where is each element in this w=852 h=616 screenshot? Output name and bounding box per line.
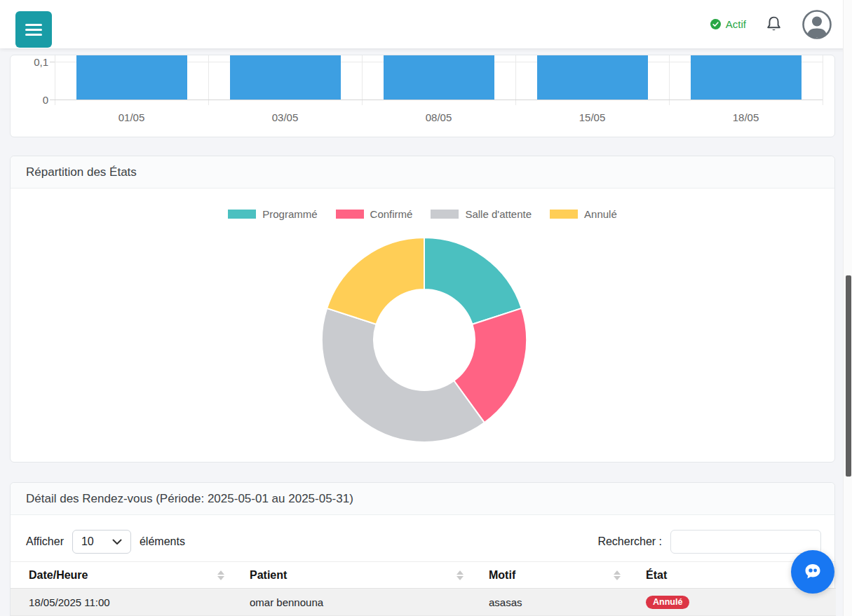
legend-item[interactable]: Salle d'attente <box>431 208 532 220</box>
state-distribution-card: Répartition des États ProgramméConfirméS… <box>10 156 835 463</box>
card-title: Détail des Rendez-vous (Période: 2025-05… <box>11 483 834 515</box>
legend-label: Confirmé <box>370 208 413 220</box>
search-input[interactable] <box>670 530 821 554</box>
legend-swatch <box>228 210 256 219</box>
scrollbar-thumb[interactable] <box>846 275 851 477</box>
elements-label: éléments <box>140 535 185 548</box>
x-axis-label: 15/05 <box>579 111 606 123</box>
status-badge: Actif <box>710 18 746 30</box>
column-header-motif[interactable]: Motif <box>471 562 628 589</box>
legend-label: Salle d'attente <box>465 208 532 220</box>
chevron-down-icon <box>112 539 122 545</box>
appointments-detail-card: Détail des Rendez-vous (Période: 2025-05… <box>10 482 835 616</box>
legend-swatch <box>550 210 578 219</box>
column-header-patient[interactable]: Patient <box>231 562 471 589</box>
legend-item[interactable]: Annulé <box>550 208 617 220</box>
sidebar-toggle-button[interactable] <box>15 11 52 48</box>
legend-label: Programmé <box>262 208 317 220</box>
sort-icon <box>614 570 621 580</box>
grid-line <box>669 55 670 105</box>
legend-swatch <box>336 210 364 219</box>
grid-line <box>55 100 823 100</box>
bar-03/05[interactable] <box>230 55 341 100</box>
chat-fab-button[interactable] <box>791 550 834 594</box>
legend-item[interactable]: Confirmé <box>336 208 413 220</box>
user-avatar-icon <box>802 9 832 40</box>
x-axis-label: 03/05 <box>272 111 299 123</box>
show-label: Afficher <box>26 535 64 548</box>
check-circle-icon <box>710 19 721 29</box>
bar-15/05[interactable] <box>537 55 648 100</box>
table-controls: Afficher 10 éléments Rechercher : <box>11 515 834 557</box>
doughnut-chart[interactable] <box>312 228 536 452</box>
grid-line <box>823 55 823 105</box>
doughnut-segment-Programmé[interactable] <box>424 238 522 324</box>
doughnut-legend: ProgramméConfirméSalle d'attenteAnnulé <box>11 208 834 220</box>
grid-line <box>208 55 209 105</box>
table-header-row: Date/Heure Patient Motif État <box>11 562 836 589</box>
x-axis-label: 08/05 <box>426 111 452 123</box>
cell-motif: asasas <box>471 589 628 616</box>
grid-line <box>515 55 516 105</box>
column-header-date[interactable]: Date/Heure <box>11 562 231 589</box>
sort-icon <box>457 570 464 580</box>
table-row[interactable]: 18/05/2025 11:00 omar bennouna asasas An… <box>11 589 836 616</box>
y-tick <box>50 100 55 100</box>
bell-icon <box>764 15 783 34</box>
status-label: Actif <box>726 18 746 30</box>
y-tick-label: 0,1 <box>20 56 48 68</box>
bar-18/05[interactable] <box>691 55 802 100</box>
x-axis-label: 01/05 <box>119 111 145 123</box>
bar-chart[interactable]: 00,101/0503/0508/0515/0518/05 <box>11 55 834 137</box>
cell-etat: Annulé <box>628 589 836 616</box>
legend-item[interactable]: Programmé <box>228 208 317 220</box>
x-axis-label: 18/05 <box>733 111 759 123</box>
grid-line <box>55 55 55 105</box>
top-navbar: Actif <box>0 0 852 48</box>
y-tick-label: 0 <box>20 94 48 106</box>
bar-08/05[interactable] <box>384 55 494 100</box>
card-title: Répartition des États <box>11 156 834 189</box>
user-menu-button[interactable] <box>802 9 832 40</box>
page-size-value: 10 <box>81 535 94 548</box>
appointments-table: Date/Heure Patient Motif État 1 <box>11 561 836 616</box>
appointments-bar-chart-card: 00,101/0503/0508/0515/0518/05 <box>10 55 835 137</box>
page-size-select[interactable]: 10 <box>72 530 131 554</box>
bar-01/05[interactable] <box>76 55 187 100</box>
cell-patient: omar bennouna <box>231 589 471 616</box>
doughnut-segment-Annulé[interactable] <box>327 238 424 324</box>
search-label: Rechercher : <box>597 535 662 548</box>
notifications-button[interactable] <box>764 15 783 34</box>
legend-swatch <box>431 210 459 219</box>
y-tick <box>50 62 55 62</box>
cell-datetime: 18/05/2025 11:00 <box>11 589 231 616</box>
grid-line <box>362 55 363 105</box>
legend-label: Annulé <box>584 208 617 220</box>
sort-icon <box>217 570 224 580</box>
hamburger-menu-icon <box>25 24 42 26</box>
vertical-scrollbar <box>843 0 852 616</box>
state-badge: Annulé <box>646 596 689 610</box>
chat-bubble-icon <box>802 561 823 582</box>
